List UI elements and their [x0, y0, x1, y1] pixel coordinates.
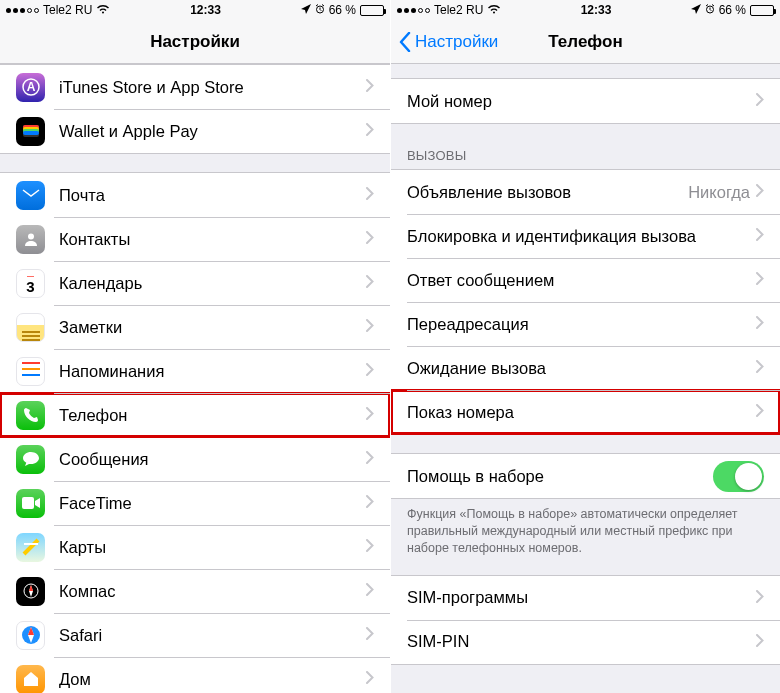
itunes-store-icon: A: [16, 73, 45, 102]
settings-screen: Tele2 RU 12:33 66 % Настройки A iTunes S…: [0, 0, 390, 693]
row-label: Дом: [59, 670, 366, 689]
maps-icon: [16, 533, 45, 562]
phone-row-my-number[interactable]: Мой номер: [391, 79, 780, 123]
mail-icon: [16, 181, 45, 210]
row-label: Почта: [59, 186, 366, 205]
phone-row-block-id[interactable]: Блокировка и идентификация вызова: [391, 214, 780, 258]
signal-dots-icon: [6, 8, 39, 13]
battery-icon: [750, 5, 774, 16]
chevron-right-icon: [756, 359, 764, 377]
wallet-icon: [16, 117, 45, 146]
page-title: Настройки: [150, 32, 240, 52]
row-label: Ответ сообщением: [407, 271, 756, 290]
chevron-right-icon: [366, 626, 374, 644]
contacts-icon: [16, 225, 45, 254]
row-label: Мой номер: [407, 92, 756, 111]
row-label: SIM-PIN: [407, 632, 756, 651]
chevron-right-icon: [366, 450, 374, 468]
chevron-right-icon: [756, 183, 764, 201]
settings-row-facetime[interactable]: FaceTime: [0, 481, 390, 525]
dial-assist-footer: Функция «Помощь в наборе» автоматически …: [391, 499, 780, 557]
dial-assist-toggle[interactable]: [713, 461, 764, 492]
row-label: Напоминания: [59, 362, 366, 381]
chevron-right-icon: [756, 271, 764, 289]
chevron-right-icon: [366, 494, 374, 512]
wifi-icon: [487, 3, 501, 17]
settings-row-wallet[interactable]: Wallet и Apple Pay: [0, 109, 390, 153]
home-icon: [16, 665, 45, 694]
back-label: Настройки: [415, 32, 498, 52]
chevron-right-icon: [756, 315, 764, 333]
location-icon: [691, 3, 701, 17]
chevron-right-icon: [756, 92, 764, 110]
row-label: SIM-программы: [407, 588, 756, 607]
settings-row-contacts[interactable]: Контакты: [0, 217, 390, 261]
battery-icon: [360, 5, 384, 16]
page-title: Телефон: [548, 32, 622, 52]
chevron-right-icon: [366, 274, 374, 292]
settings-row-home[interactable]: Дом: [0, 657, 390, 693]
phone-row-dial-assist[interactable]: Помощь в наборе: [391, 454, 780, 498]
chevron-right-icon: [366, 538, 374, 556]
row-label: Объявление вызовов: [407, 183, 688, 202]
row-label: Блокировка и идентификация вызова: [407, 227, 756, 246]
phone-settings-screen: Tele2 RU 12:33 66 % Настройки Телефон Мо…: [390, 0, 780, 693]
row-label: Сообщения: [59, 450, 366, 469]
notes-icon: [16, 313, 45, 342]
safari-icon: [16, 621, 45, 650]
settings-row-safari[interactable]: Safari: [0, 613, 390, 657]
settings-row-messages[interactable]: Сообщения: [0, 437, 390, 481]
carrier-label: Tele2 RU: [434, 3, 483, 17]
chevron-right-icon: [756, 589, 764, 607]
row-label: Ожидание вызова: [407, 359, 756, 378]
status-bar: Tele2 RU 12:33 66 %: [0, 0, 390, 20]
row-label: FaceTime: [59, 494, 366, 513]
svg-point-9: [28, 234, 34, 240]
settings-row-notes[interactable]: Заметки: [0, 305, 390, 349]
chevron-right-icon: [366, 122, 374, 140]
settings-row-reminders[interactable]: Напоминания: [0, 349, 390, 393]
phone-row-sim-apps[interactable]: SIM-программы: [391, 576, 780, 620]
calendar-icon: —3: [16, 269, 45, 298]
settings-row-maps[interactable]: Карты: [0, 525, 390, 569]
reminders-icon: [16, 357, 45, 386]
chevron-right-icon: [366, 362, 374, 380]
row-label: Календарь: [59, 274, 366, 293]
phone-row-announce[interactable]: Объявление вызовов Никогда: [391, 170, 780, 214]
status-time: 12:33: [190, 3, 221, 17]
back-button[interactable]: Настройки: [399, 32, 498, 52]
settings-row-compass[interactable]: Компас: [0, 569, 390, 613]
phone-icon: [16, 401, 45, 430]
svg-rect-10: [22, 497, 34, 509]
phone-row-forwarding[interactable]: Переадресация: [391, 302, 780, 346]
row-label: Компас: [59, 582, 366, 601]
row-label: Переадресация: [407, 315, 756, 334]
group-header-calls: Вызовы: [391, 142, 780, 169]
chevron-right-icon: [756, 227, 764, 245]
phone-row-waiting[interactable]: Ожидание вызова: [391, 346, 780, 390]
messages-icon: [16, 445, 45, 474]
phone-row-sim-pin[interactable]: SIM-PIN: [391, 620, 780, 664]
nav-bar: Настройки: [0, 20, 390, 64]
battery-pct: 66 %: [329, 3, 356, 17]
status-time: 12:33: [581, 3, 612, 17]
row-label: Помощь в наборе: [407, 467, 713, 486]
row-label: Показ номера: [407, 403, 756, 422]
row-label: Wallet и Apple Pay: [59, 122, 366, 141]
nav-bar: Настройки Телефон: [391, 20, 780, 64]
signal-dots-icon: [397, 8, 430, 13]
row-label: Заметки: [59, 318, 366, 337]
phone-row-show-number[interactable]: Показ номера: [391, 390, 780, 434]
settings-row-phone[interactable]: Телефон: [0, 393, 390, 437]
settings-row-calendar[interactable]: —3 Календарь: [0, 261, 390, 305]
settings-row-mail[interactable]: Почта: [0, 173, 390, 217]
row-label: Safari: [59, 626, 366, 645]
row-label: Телефон: [59, 406, 366, 425]
location-icon: [301, 3, 311, 17]
settings-row-itunes[interactable]: A iTunes Store и App Store: [0, 65, 390, 109]
chevron-right-icon: [366, 186, 374, 204]
alarm-icon: [315, 3, 325, 17]
phone-row-reply-sms[interactable]: Ответ сообщением: [391, 258, 780, 302]
row-label: iTunes Store и App Store: [59, 78, 366, 97]
compass-icon: [16, 577, 45, 606]
